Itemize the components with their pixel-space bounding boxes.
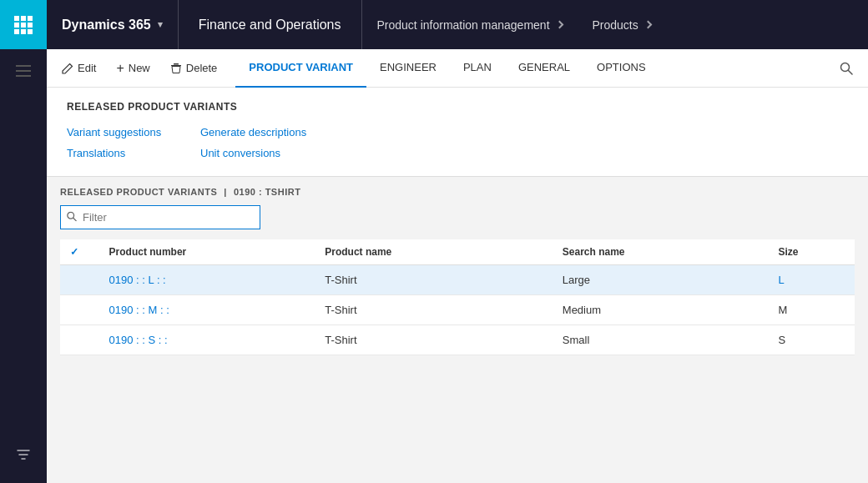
row-check-cell	[60, 265, 99, 295]
tab-plan[interactable]: PLAN	[450, 49, 505, 88]
waffle-icon	[14, 16, 33, 34]
section-header: RELEASED PRODUCT VARIANTS	[47, 88, 868, 119]
finance-operations-nav[interactable]: Finance and Operations	[179, 0, 362, 49]
row-product-number-cell: 0190 : : M : :	[99, 295, 315, 325]
pim-nav[interactable]: Product information management	[362, 0, 578, 49]
new-label: New	[129, 62, 150, 74]
size-link[interactable]: L	[779, 274, 785, 286]
tab-options[interactable]: OPTIONS	[583, 49, 659, 88]
top-nav: Dynamics 365 ▾ Finance and Operations Pr…	[0, 0, 868, 49]
hamburger-icon	[16, 65, 31, 77]
products-nav[interactable]: Products	[578, 0, 666, 49]
delete-icon	[170, 63, 182, 74]
products-label: Products	[593, 18, 638, 32]
tab-engineer[interactable]: ENGINEER	[366, 49, 450, 88]
delete-button[interactable]: Delete	[162, 53, 226, 83]
pim-chevron-icon	[555, 21, 563, 29]
filter-row	[60, 205, 855, 229]
edit-button[interactable]: Edit	[53, 53, 104, 83]
app-launcher-button[interactable]	[0, 0, 47, 49]
col-header-product-name: Product name	[315, 239, 553, 265]
row-check-cell	[60, 295, 99, 325]
product-number-link[interactable]: 0190 : : M : :	[109, 304, 169, 316]
pim-label: Product information management	[377, 18, 550, 32]
generate-descriptions-link[interactable]: Generate descriptions	[200, 123, 848, 142]
tab-product-variant-label: PRODUCT VARIANT	[249, 61, 353, 73]
row-size-cell: L	[769, 265, 855, 295]
svg-rect-1	[174, 63, 179, 65]
breadcrumb-separator: |	[224, 187, 227, 197]
tab-product-variant[interactable]: PRODUCT VARIANT	[235, 49, 366, 88]
col-header-search-name: Search name	[553, 239, 769, 265]
row-search-name-cell: Small	[553, 325, 769, 355]
row-product-number-cell: 0190 : : L : :	[99, 265, 315, 295]
row-product-name-cell: T-Shirt	[315, 265, 553, 295]
filter-search-icon	[67, 211, 77, 224]
filter-input[interactable]	[60, 205, 260, 229]
dynamics-365-nav[interactable]: Dynamics 365 ▾	[47, 0, 179, 49]
edit-label: Edit	[78, 62, 96, 74]
translations-link[interactable]: Translations	[67, 143, 200, 163]
product-number-link[interactable]: 0190 : : L : :	[109, 274, 166, 286]
dynamics-dropdown-icon: ▾	[158, 19, 163, 30]
check-icon: ✓	[70, 246, 78, 258]
col-header-product-number: Product number	[99, 239, 315, 265]
edit-icon	[62, 63, 73, 74]
col-header-size: Size	[769, 239, 855, 265]
sidebar-hamburger-button[interactable]	[8, 56, 38, 86]
action-links: Variant suggestions Generate description…	[47, 119, 868, 176]
table-header-row: ✓ Product number Product name Search nam…	[60, 239, 855, 265]
row-product-name-cell: T-Shirt	[315, 295, 553, 325]
svg-line-3	[849, 70, 853, 74]
tab-general[interactable]: GENERAL	[505, 49, 583, 88]
search-icon	[840, 62, 853, 75]
breadcrumb-section: RELEASED PRODUCT VARIANTS	[60, 187, 217, 197]
filter-icon	[17, 448, 30, 461]
delete-label: Delete	[186, 62, 218, 74]
col-header-check: ✓	[60, 239, 99, 265]
products-chevron-icon	[643, 21, 652, 29]
finance-operations-label: Finance and Operations	[199, 18, 341, 33]
dynamics-365-label: Dynamics 365	[62, 18, 151, 33]
breadcrumb-item: 0190 : TSHIRT	[234, 187, 300, 197]
sidebar-filter-button[interactable]	[8, 440, 38, 470]
svg-line-5	[73, 218, 76, 220]
toolbar-tabs: PRODUCT VARIANT ENGINEER PLAN GENERAL OP…	[235, 49, 659, 88]
left-sidebar	[0, 49, 47, 483]
row-search-name-cell: Medium	[553, 295, 769, 325]
table-row[interactable]: 0190 : : S : : T-Shirt Small S	[60, 325, 855, 355]
variant-suggestions-link[interactable]: Variant suggestions	[67, 123, 200, 142]
tab-engineer-label: ENGINEER	[380, 61, 437, 73]
unit-conversions-link[interactable]: Unit conversions	[200, 143, 848, 163]
tab-options-label: OPTIONS	[597, 61, 646, 73]
row-check-cell	[60, 325, 99, 355]
row-product-number-cell: 0190 : : S : :	[99, 325, 315, 355]
toolbar: Edit + New Delete PRODUCT VARIANT ENGINE…	[47, 49, 868, 88]
product-number-link[interactable]: 0190 : : S : :	[109, 334, 168, 346]
page-body: Edit + New Delete PRODUCT VARIANT ENGINE…	[47, 49, 868, 471]
filter-input-wrapper	[60, 205, 260, 229]
tab-general-label: GENERAL	[518, 61, 570, 73]
new-plus-icon: +	[116, 62, 124, 75]
data-table: ✓ Product number Product name Search nam…	[60, 239, 855, 355]
table-row[interactable]: 0190 : : L : : T-Shirt Large L	[60, 265, 855, 295]
row-search-name-cell: Large	[553, 265, 769, 295]
row-size-cell: M	[769, 295, 855, 325]
table-row[interactable]: 0190 : : M : : T-Shirt Medium M	[60, 295, 855, 325]
tab-plan-label: PLAN	[463, 61, 492, 73]
row-product-name-cell: T-Shirt	[315, 325, 553, 355]
toolbar-search-button[interactable]	[831, 53, 861, 83]
new-button[interactable]: + New	[108, 53, 158, 83]
breadcrumb: RELEASED PRODUCT VARIANTS | 0190 : TSHIR…	[60, 187, 855, 197]
lower-panel: RELEASED PRODUCT VARIANTS | 0190 : TSHIR…	[47, 176, 868, 471]
main-content: RELEASED PRODUCT VARIANTS Variant sugges…	[47, 88, 868, 176]
row-size-cell: S	[769, 325, 855, 355]
